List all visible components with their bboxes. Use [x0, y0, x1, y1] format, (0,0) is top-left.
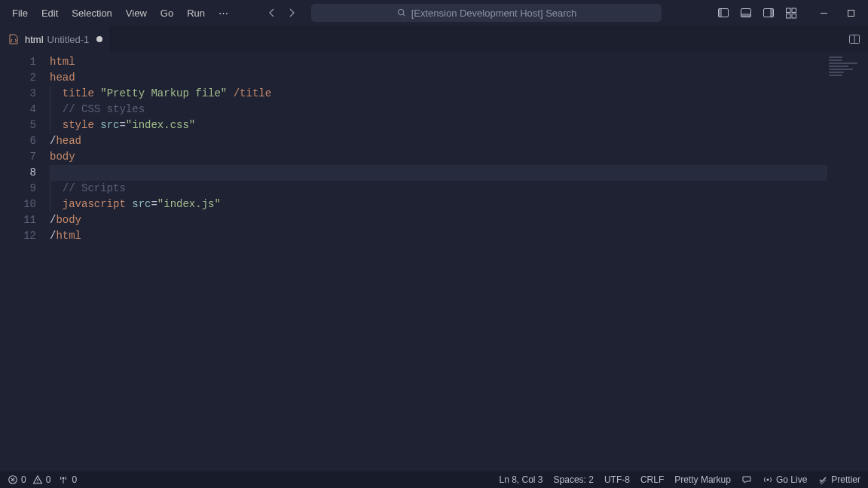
- nav-forward-icon[interactable]: [286, 7, 298, 19]
- editor-area[interactable]: 123456789101112 htmlhead title "Pretty M…: [0, 52, 868, 471]
- error-icon: [8, 474, 18, 485]
- layout-controls: [717, 7, 797, 19]
- line-number-gutter: 123456789101112: [6, 52, 50, 471]
- tab-language: html: [25, 34, 44, 45]
- status-go-live[interactable]: Go Live: [763, 474, 807, 485]
- svg-rect-3: [719, 9, 723, 17]
- customize-layout-icon[interactable]: [785, 7, 797, 19]
- toggle-secondary-sidebar-icon[interactable]: [763, 7, 775, 19]
- title-bar: File Edit Selection View Go Run ⋯ [Exten…: [0, 0, 868, 26]
- status-errors[interactable]: 0 0: [8, 474, 50, 485]
- status-eol[interactable]: CRLF: [640, 474, 664, 485]
- check-icon: [818, 474, 828, 485]
- svg-point-20: [37, 482, 38, 483]
- svg-point-21: [63, 477, 65, 480]
- radio-tower-icon: [58, 474, 69, 485]
- menu-run[interactable]: Run: [181, 5, 211, 22]
- menu-overflow-icon[interactable]: ⋯: [212, 5, 234, 22]
- status-prettier[interactable]: Prettier: [818, 474, 860, 485]
- window-maximize-icon[interactable]: [839, 4, 862, 22]
- window-minimize-icon[interactable]: [812, 4, 835, 22]
- toggle-panel-icon[interactable]: [740, 7, 752, 19]
- tab-filename: Untitled-1: [47, 34, 90, 45]
- broadcast-icon: [763, 474, 773, 485]
- svg-line-1: [403, 14, 405, 16]
- tab-bar: html Untitled-1: [0, 26, 868, 52]
- search-icon: [396, 8, 407, 18]
- menu-go[interactable]: Go: [154, 5, 179, 22]
- svg-rect-8: [787, 8, 791, 13]
- minimap[interactable]: [829, 56, 863, 78]
- menu-file[interactable]: File: [6, 5, 34, 22]
- status-bar: 0 0 0 Ln 8, Col 3 Spaces: 2 UTF-8 CRLF P…: [0, 471, 868, 488]
- svg-rect-5: [741, 14, 751, 17]
- svg-rect-13: [848, 10, 854, 16]
- status-encoding[interactable]: UTF-8: [604, 474, 630, 485]
- svg-point-23: [766, 479, 769, 481]
- status-language-mode[interactable]: Pretty Markup: [674, 474, 731, 485]
- editor-tab[interactable]: html Untitled-1: [0, 26, 111, 52]
- file-html-icon: [8, 33, 20, 45]
- nav-back-icon[interactable]: [266, 7, 278, 19]
- menu-view[interactable]: View: [120, 5, 153, 22]
- code-content[interactable]: htmlhead title "Pretty Markup file" /tit…: [50, 52, 868, 471]
- menu-edit[interactable]: Edit: [35, 5, 64, 22]
- search-placeholder: [Extension Development Host] Search: [411, 8, 577, 19]
- menu-selection[interactable]: Selection: [66, 5, 118, 22]
- tab-dirty-indicator-icon: [96, 36, 102, 42]
- status-cursor-position[interactable]: Ln 8, Col 3: [499, 474, 542, 485]
- toggle-primary-sidebar-icon[interactable]: [717, 7, 729, 19]
- status-feedback-icon[interactable]: [741, 474, 752, 485]
- status-indentation[interactable]: Spaces: 2: [554, 474, 594, 485]
- svg-rect-11: [792, 14, 796, 19]
- svg-rect-9: [792, 8, 796, 13]
- split-editor-icon[interactable]: [848, 33, 860, 45]
- status-ports[interactable]: 0: [58, 474, 77, 485]
- svg-rect-10: [787, 14, 791, 19]
- warning-icon: [32, 474, 43, 485]
- svg-point-0: [398, 9, 403, 14]
- command-center-search[interactable]: [Extension Development Host] Search: [311, 4, 662, 22]
- svg-rect-7: [770, 9, 774, 17]
